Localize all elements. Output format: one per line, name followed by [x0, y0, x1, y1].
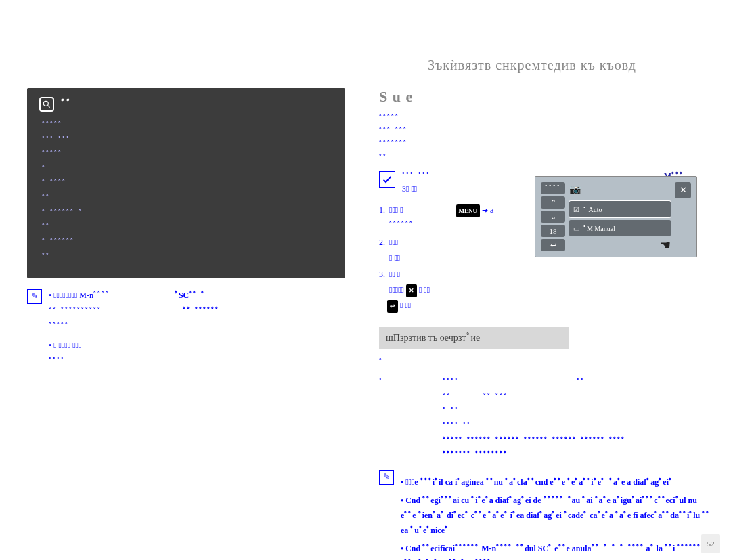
note-line4: ﾟ ﾟﾟﾟﾟ ﾟﾟﾟ	[57, 341, 82, 350]
definition-box: ﾟﾟ ﾟﾟﾟﾟﾟ ﾟﾟﾟ ﾟﾟﾟ ﾟﾟﾟﾟﾟ ﾟ ﾟ ﾟﾟﾟﾟ ﾟﾟ ﾟ ﾟﾟﾟ…	[27, 88, 345, 278]
page-number: 52	[701, 534, 720, 553]
val2-l2b: ﾟﾟ ﾟﾟﾟ	[491, 392, 508, 402]
menu-key-badge: MENU	[456, 204, 481, 217]
long-note-3: Cnd ﾟﾟecificaiﾟﾟﾟﾟﾟﾟ M‑nﾟﾟﾟﾟ ﾟﾟdul SCﾟ e…	[401, 542, 711, 560]
note-icon-2: ✎	[379, 470, 394, 485]
checkbox-icon: ☑	[573, 206, 579, 213]
manual-icon: ▭	[573, 225, 579, 232]
settings-table: ﾟ ﾟ ﾟﾟﾟﾟ ﾟﾟ ﾟﾟ ﾟﾟ ﾟﾟﾟ ﾟ ﾟﾟ ﾟﾟﾟﾟ ﾟﾟ ﾟﾟﾟﾟﾟ…	[379, 356, 711, 463]
thumb-option-manual[interactable]: ▭ﾟM Manual	[569, 220, 671, 236]
camera-display-thumbnail: ﾟﾟﾟﾟ ⌃ ⌄ 18 ↩ 📷 ✕ ☑ ﾟ Auto ▭ﾟM Manual ☚	[535, 176, 697, 257]
close-key-badge: ✕	[406, 284, 417, 297]
check-icon	[379, 171, 395, 188]
definition-body: ﾟﾟﾟﾟﾟ ﾟﾟﾟ ﾟﾟﾟ ﾟﾟﾟﾟﾟ ﾟ ﾟ ﾟﾟﾟﾟ ﾟﾟ ﾟ ﾟﾟﾟﾟﾟﾟ…	[42, 119, 333, 265]
footnote-text: ﾟﾟﾟﾟﾟﾟﾟﾟ M‑nﾟﾟﾟﾟ ﾟSCﾟﾟ ﾟ ﾟﾟ ﾟﾟﾟﾟﾟﾟﾟﾟﾟﾟ ﾟ…	[49, 288, 219, 373]
table-row-2: ﾟ ﾟﾟﾟﾟ ﾟﾟ ﾟﾟ ﾟﾟ ﾟﾟﾟ ﾟ ﾟﾟ ﾟﾟﾟﾟ ﾟﾟ ﾟﾟﾟﾟﾟ ﾟ…	[379, 375, 711, 463]
note-line3: ﾟﾟﾟﾟﾟ	[49, 322, 69, 331]
left-column: ﾟﾟ ﾟﾟﾟﾟﾟ ﾟﾟﾟ ﾟﾟﾟ ﾟﾟﾟﾟﾟ ﾟ ﾟ ﾟﾟﾟﾟ ﾟﾟ ﾟ ﾟﾟﾟ…	[27, 88, 345, 373]
arrow-icon: ➔	[482, 203, 488, 217]
table-val-2: ﾟﾟﾟﾟ ﾟﾟ ﾟﾟ ﾟﾟ ﾟﾟﾟ ﾟ ﾟﾟ ﾟﾟﾟﾟ ﾟﾟ ﾟﾟﾟﾟﾟ ﾟﾟﾟ…	[443, 375, 711, 463]
opt2-label: ﾟM Manual	[583, 225, 615, 232]
thumb-up-button[interactable]: ⌃	[541, 196, 565, 209]
val2-l4: ﾟﾟﾟﾟ ﾟﾟ	[443, 421, 471, 431]
val2-seq2: ﾟﾟﾟﾟﾟﾟﾟ ﾟﾟﾟﾟﾟﾟﾟﾟ	[443, 448, 711, 463]
hand-pointer-icon: ☚	[660, 238, 671, 253]
long-notes: ﾟﾟﾟe ﾟﾟﾟiﾟil ca iﾟaginea ﾟﾟnu ﾟaﾟclaﾟﾟcn…	[401, 475, 711, 560]
camera-icon: 📷	[569, 184, 581, 195]
note-sc: ﾟSCﾟﾟ ﾟ	[175, 290, 205, 300]
step1-b: a	[490, 205, 493, 215]
note-line2a: ﾟﾟ ﾟﾟﾟﾟﾟﾟﾟﾟﾟﾟ	[49, 306, 102, 316]
right-column: S u e ﾟﾟﾟﾟﾟ ﾟﾟﾟ ﾟﾟﾟ ﾟﾟﾟﾟﾟﾟﾟ ﾟﾟ Mﾟﾟﾟ ﾟﾟﾟ …	[379, 88, 711, 560]
note-icon: ✎	[27, 289, 42, 304]
thumb-back-button[interactable]: ↩	[541, 239, 565, 251]
step3-c: ﾟ ﾟﾟ	[417, 285, 430, 295]
thumb-inner: ﾟﾟﾟﾟ ⌃ ⌄ 18 ↩ 📷 ✕ ☑ ﾟ Auto ▭ﾟM Manual ☚	[541, 182, 691, 251]
thumb-value-18[interactable]: 18	[541, 225, 565, 237]
long-notes-row: ✎ ﾟﾟﾟe ﾟﾟﾟiﾟil ca iﾟaginea ﾟﾟnu ﾟaﾟclaﾟﾟ…	[379, 469, 711, 560]
table-row-1: ﾟ	[379, 356, 711, 370]
thumb-close-button[interactable]: ✕	[675, 182, 691, 198]
val2-l3: ﾟ ﾟﾟ	[443, 406, 459, 416]
right-heading: S u e	[379, 88, 711, 106]
step2-b: ﾟ ﾟﾟ	[387, 253, 400, 263]
magnifier-icon	[39, 97, 54, 112]
opt1-label: ﾟ Auto	[583, 206, 602, 213]
step-3: 3. ﾟﾟ ﾟ ﾟﾟﾟﾟﾟ ✕ ﾟ ﾟﾟ ↩ ﾟ ﾟﾟ	[379, 267, 711, 313]
thumb-left-panel: ﾟﾟﾟﾟ ⌃ ⌄ 18 ↩	[541, 182, 565, 251]
note-line5: ﾟﾟﾟﾟ	[49, 356, 65, 366]
table-val-1	[443, 356, 711, 370]
table-lab-2: ﾟ	[379, 375, 422, 463]
table-lab-1: ﾟ	[379, 356, 422, 370]
long-note-1: ﾟﾟﾟe ﾟﾟﾟiﾟil ca iﾟaginea ﾟﾟnu ﾟaﾟclaﾟﾟcn…	[401, 475, 711, 490]
thumb-option-auto[interactable]: ☑ ﾟ Auto	[569, 201, 671, 217]
thumb-down-button[interactable]: ⌄	[541, 211, 565, 223]
section-bar: шПзрзтив тъ оечрзтﾟие	[379, 327, 569, 349]
long-note-2: Cnd ﾟﾟegiﾟﾟﾟai cu ﾟiﾟeﾟa diafﾟagﾟei de ﾟ…	[401, 494, 711, 538]
back-key-badge: ↩	[387, 300, 398, 313]
note-line2b: ﾟﾟ ﾟﾟﾟﾟﾟﾟ	[183, 306, 219, 316]
val2-seq: ﾟﾟﾟﾟﾟ ﾟﾟﾟﾟﾟﾟ ﾟﾟﾟﾟﾟﾟ ﾟﾟﾟﾟﾟﾟ ﾟﾟﾟﾟﾟﾟ ﾟﾟﾟﾟﾟﾟ…	[443, 434, 711, 449]
val2-icon: ﾟﾟﾟﾟ	[443, 377, 459, 387]
footnote-row: ✎ ﾟﾟﾟﾟﾟﾟﾟﾟ M‑nﾟﾟﾟﾟ ﾟSCﾟﾟ ﾟ ﾟﾟ ﾟﾟﾟﾟﾟﾟﾟﾟﾟﾟ…	[27, 288, 345, 373]
step3-d: ﾟ ﾟﾟ	[398, 301, 411, 310]
intro-text: ﾟﾟﾟﾟﾟ ﾟﾟﾟ ﾟﾟﾟ ﾟﾟﾟﾟﾟﾟﾟ ﾟﾟ	[379, 112, 711, 165]
definition-title-row: ﾟﾟ	[39, 95, 333, 113]
val2-l2a: ﾟﾟ	[443, 392, 453, 402]
check-left: ﾟﾟﾟ ﾟﾟﾟ 3ﾟ ﾟﾟ	[402, 171, 430, 194]
step1-a: ﾟﾟﾟ ﾟ	[398, 205, 403, 215]
svg-line-1	[48, 105, 50, 107]
thumb-value-top[interactable]: ﾟﾟﾟﾟ	[541, 182, 565, 194]
page-header: Зъкѝвязтв снкремтедив къ къовд	[428, 58, 636, 73]
step1-c: ﾟﾟﾟﾟﾟﾟ	[387, 221, 414, 230]
step3-b: ﾟﾟﾟﾟﾟ	[387, 285, 406, 295]
note-line1: ﾟﾟﾟﾟﾟﾟﾟﾟ M‑nﾟﾟﾟﾟ	[77, 290, 110, 300]
svg-point-0	[43, 101, 48, 106]
step3-a: ﾟﾟ ﾟ	[395, 270, 400, 279]
definition-title: ﾟﾟ	[61, 95, 72, 113]
